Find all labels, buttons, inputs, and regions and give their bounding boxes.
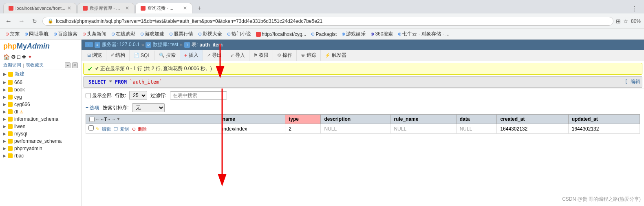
sql-table-name: `auth_item` [130, 79, 162, 85]
breadcrumb-icon-server: S [95, 42, 100, 48]
bookmark-nav[interactable]: ⊕ 网址导航 [22, 30, 51, 38]
browser-tab-2[interactable]: 数据库管理 - ... ✕ [77, 3, 135, 13]
sort-select[interactable]: 无 [132, 103, 165, 112]
bookmark-baidu[interactable]: ⊕ 百度搜索 [51, 30, 79, 38]
db-item-liwen[interactable]: ▶ liwen [0, 123, 81, 130]
db-item-666[interactable]: ▶ 666 [0, 79, 81, 86]
bookmark-video[interactable]: ⊕ 影视大全 [196, 30, 224, 38]
browser-tab-1[interactable]: localhost/advance/front... ✕ [3, 3, 77, 13]
tab2-close[interactable]: ✕ [125, 5, 129, 11]
th-updated-at[interactable]: updated_at [568, 115, 640, 124]
plus-options[interactable]: + 选项 [86, 104, 99, 111]
tab1-close[interactable]: ✕ [67, 5, 71, 11]
db-arrow-perf: ▶ [3, 139, 6, 143]
qr-button[interactable]: ⊞ [616, 18, 621, 24]
row-checkbox[interactable] [88, 125, 94, 131]
bookmark-game[interactable]: ⊕ 游戏加速 [138, 30, 166, 38]
fav-link[interactable]: 表收藏夹 [26, 62, 44, 68]
bookmark-star-button[interactable]: ☆ [623, 18, 629, 24]
forward-button[interactable]: → [16, 16, 27, 27]
td-created-at: 1644302132 [497, 124, 568, 134]
recent-link[interactable]: 近期访问 [3, 62, 21, 68]
th-name[interactable]: name [219, 115, 285, 124]
tab-permissions[interactable]: ⚑ 权限 [249, 50, 273, 61]
copy-icon[interactable]: ❐ [114, 126, 118, 131]
th-created-at[interactable]: created_at [497, 115, 568, 124]
bookmark-packagist[interactable]: ⊕ Packagist [309, 31, 339, 38]
tab-track-label: 追踪 [307, 52, 316, 59]
edit-inline-link[interactable]: [ 编辑 [625, 78, 640, 85]
tab3-close[interactable]: ✕ [183, 5, 187, 11]
db-item-mysql[interactable]: ▶ mysql [0, 130, 81, 137]
expand-btn[interactable]: ∞ [72, 62, 78, 68]
bookmark-novel[interactable]: ⊕ 热门小说 [225, 30, 253, 38]
sidebar-icon-bar: 🏠 ⚙ □ ❖ ✦ [0, 53, 81, 61]
tab-track[interactable]: 👁 追踪 [297, 50, 321, 61]
th-description[interactable]: description [321, 115, 390, 124]
browser-menu-dots[interactable]: ⋮ [628, 4, 641, 13]
db-item-rbac[interactable]: ▶ rbac [0, 152, 81, 159]
edit-link[interactable]: ✎ [96, 126, 99, 131]
delete-text-link[interactable]: 删除 [138, 126, 147, 131]
config-icon[interactable]: ⚙ [11, 54, 16, 60]
reload-button[interactable]: ↻ [29, 16, 40, 27]
home-icon[interactable]: 🏠 [3, 54, 10, 60]
bk-game-label: 游戏加速 [145, 31, 164, 38]
tab-sql[interactable]: 📄 SQL [130, 51, 155, 60]
breadcrumb-back-icon[interactable]: ← [85, 42, 93, 47]
th-type[interactable]: type [285, 115, 321, 124]
db-item-performance-schema[interactable]: ▶ performance_schema [0, 137, 81, 145]
bookmark-qiniu[interactable]: ⊕ 七牛云 - 对象存储 - ... [396, 30, 451, 38]
bookmark-cyg[interactable]: http://localhost/cyg... [254, 31, 308, 38]
db-name-666: 666 [14, 80, 22, 85]
back-button[interactable]: ← [3, 16, 14, 27]
bookmark-360[interactable]: ⊕ 360搜索 [368, 30, 395, 38]
db-item-cyg666[interactable]: ▶ cyg666 [0, 101, 81, 108]
db-item-phpmyadmin[interactable]: ▶ phpmyadmin [0, 145, 81, 152]
db-item-cyg[interactable]: ▶ cyg [0, 93, 81, 101]
tab-triggers[interactable]: ⚡ 触发器 [321, 50, 351, 61]
tab-perms-label: 权限 [259, 52, 269, 59]
filter-input[interactable] [170, 91, 227, 100]
th-sort-arrow[interactable]: ▼ [117, 117, 120, 121]
th-data[interactable]: data [456, 115, 497, 124]
sidebar-icon4[interactable]: ❖ [22, 54, 26, 60]
db-new-item[interactable]: ▶ 新建 [0, 69, 81, 79]
breadcrumb-server[interactable]: 服务器: 127.0.0.1 [102, 41, 140, 48]
th-rule-name[interactable]: rule_name [390, 115, 456, 124]
new-tab-button[interactable]: + [194, 3, 204, 13]
tab-export[interactable]: ↗ 导出 [203, 50, 226, 61]
breadcrumb-database[interactable]: 数据库: test [153, 41, 178, 48]
sidebar-icon5[interactable]: ✦ [28, 54, 32, 60]
delete-icon[interactable]: ⊖ [132, 126, 136, 131]
app-layout: phpMyAdmin 🏠 ⚙ □ ❖ ✦ 近期访问 | 表收藏夹 − ∞ ▶ 新… [0, 40, 644, 206]
tab-operations[interactable]: ⚙ 操作 [273, 50, 297, 61]
browser-tab-3[interactable]: 查询花费 - ... ✕ [135, 3, 192, 13]
bookmark-stocks[interactable]: ⊕ 股票行情 [167, 30, 195, 38]
tab-structure[interactable]: ✐ 结构 [106, 50, 130, 61]
bk-jd-icon: ⊕ [5, 31, 9, 37]
tab-import[interactable]: ↙ 导入 [226, 50, 249, 61]
db-arrow-cyg666: ▶ [3, 102, 6, 106]
db-item-book[interactable]: ▶ book [0, 86, 81, 93]
address-bar[interactable]: 🔒 localhost/phpmyadmin/sql.php?server=1&… [42, 17, 613, 26]
db-item-information-schema[interactable]: ▶ information_schema [0, 115, 81, 123]
edit-text-link[interactable]: 编辑 [102, 126, 111, 131]
bookmark-jd[interactable]: ⊕ 京东 [3, 30, 22, 38]
db-item-dl[interactable]: ▶ dl ⚠ [0, 108, 81, 115]
bookmark-toutiao[interactable]: ⊕ 头条新闻 [80, 30, 108, 38]
row-count-select[interactable]: 25 [129, 91, 147, 100]
select-all-checkbox[interactable] [89, 117, 95, 122]
show-all-checkbox-label[interactable]: 显示全部 [86, 92, 112, 99]
bookmark-game2[interactable]: ⊕ 游戏娱乐 [340, 30, 368, 38]
show-all-checkbox[interactable] [86, 93, 91, 98]
tab-browse[interactable]: ⊞ 浏览 [83, 50, 106, 61]
collapse-btn[interactable]: − [65, 62, 70, 68]
sidebar-icon3[interactable]: □ [17, 54, 20, 60]
th-arrow-left[interactable]: ← [95, 117, 99, 122]
th-arrow-right[interactable]: → [112, 117, 116, 122]
copy-text-link[interactable]: 复制 [120, 126, 129, 131]
bookmark-lottery[interactable]: ⊕ 在线购彩 [109, 30, 137, 38]
tab-search[interactable]: 🔍 搜索 [155, 50, 180, 61]
tab-insert[interactable]: + 插入 [180, 50, 203, 61]
